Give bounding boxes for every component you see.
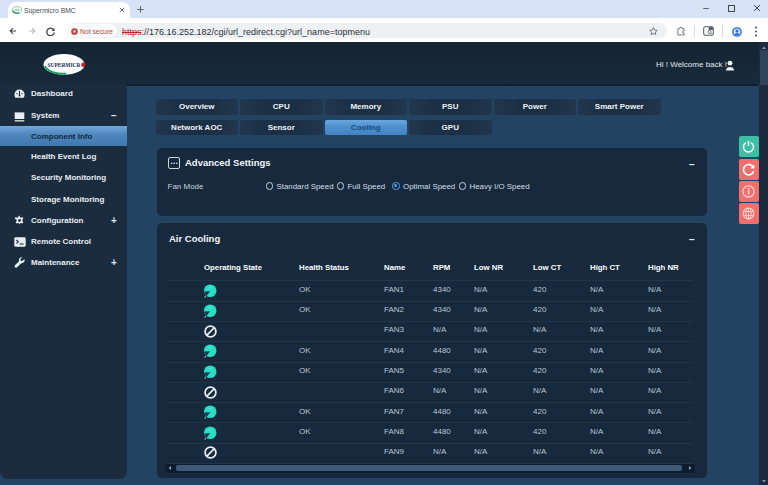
svg-text:SUPERMICR: SUPERMICR [48,61,81,68]
